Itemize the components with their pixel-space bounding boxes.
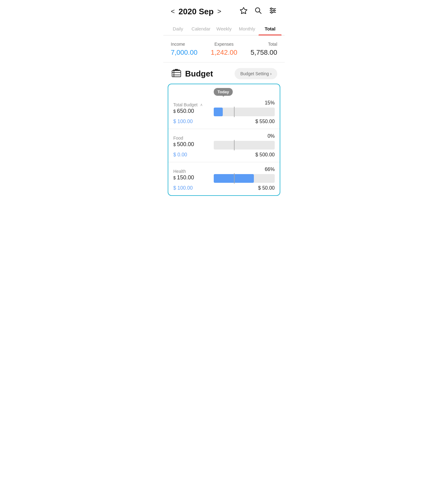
budget-remaining-amount: $ 550.00 bbox=[214, 119, 275, 124]
today-marker-line bbox=[234, 140, 235, 150]
budget-category-label: Food bbox=[173, 136, 214, 141]
budget-remaining-amount: $ 500.00 bbox=[214, 152, 275, 158]
budget-progress-section: 15% bbox=[214, 100, 275, 116]
summary-section: Income 7,000.00 Expenses 1,242.00 Total … bbox=[163, 35, 285, 62]
today-tooltip-row: Today bbox=[168, 84, 280, 96]
budget-row-health[interactable]: Health $ 150.00 66% $ 100.00 $ 50.00 bbox=[168, 162, 280, 195]
svg-point-2 bbox=[255, 8, 260, 12]
budget-card: Today Total Budget ∧ $ 650.00 15% bbox=[168, 84, 280, 196]
progress-bar-background bbox=[214, 108, 275, 116]
header-nav: < 2020 Sep > bbox=[171, 7, 221, 16]
budget-spent-amount: $ 100.00 bbox=[173, 119, 214, 124]
budget-setting-chevron: › bbox=[270, 71, 272, 76]
tab-calendar[interactable]: Calendar bbox=[189, 22, 212, 35]
svg-line-3 bbox=[259, 12, 262, 14]
expense-summary: Expenses 1,242.00 bbox=[206, 42, 242, 57]
budget-row-top: Total Budget ∧ $ 650.00 15% bbox=[173, 100, 275, 116]
budget-progress-section: 66% bbox=[214, 167, 275, 183]
tab-bar: Daily Calendar Weekly Monthly Total bbox=[163, 22, 285, 35]
income-summary: Income 7,000.00 bbox=[171, 42, 206, 57]
budget-spent-amount: $ 100.00 bbox=[173, 185, 214, 191]
today-marker-line bbox=[234, 173, 235, 184]
budget-setting-label: Budget Setting bbox=[240, 71, 269, 76]
budget-row-total-budget[interactable]: Total Budget ∧ $ 650.00 15% $ 100.00 $ 5… bbox=[168, 96, 280, 129]
svg-point-7 bbox=[271, 8, 272, 10]
budget-percent-label: 0% bbox=[214, 133, 275, 139]
income-label: Income bbox=[171, 42, 206, 47]
total-summary: Total 5,758.00 bbox=[242, 42, 277, 57]
budget-category-label: Health bbox=[173, 169, 214, 174]
next-month-button[interactable]: > bbox=[217, 7, 222, 16]
total-label: Total bbox=[242, 42, 277, 47]
budget-category-label: Total Budget ∧ bbox=[173, 102, 214, 107]
expand-chevron-icon: ∧ bbox=[200, 103, 203, 107]
budget-category-amount: $ 650.00 bbox=[173, 108, 214, 114]
budget-header: Budget Budget Setting › bbox=[163, 62, 285, 84]
svg-rect-10 bbox=[172, 71, 181, 77]
budget-row-bottom: $ 0.00 $ 500.00 bbox=[173, 152, 275, 158]
budget-row-food[interactable]: Food $ 500.00 0% $ 0.00 $ 500.00 bbox=[168, 129, 280, 162]
header: < 2020 Sep > bbox=[163, 0, 285, 22]
today-marker-line bbox=[234, 107, 235, 117]
budget-label-group: Total Budget ∧ $ 650.00 bbox=[173, 102, 214, 114]
budget-progress-section: 0% bbox=[214, 133, 275, 150]
svg-marker-0 bbox=[240, 7, 247, 14]
budget-title: Budget bbox=[185, 69, 213, 79]
tab-total[interactable]: Total bbox=[259, 22, 282, 35]
expense-value: 1,242.00 bbox=[206, 48, 242, 57]
search-icon[interactable] bbox=[254, 7, 262, 16]
budget-setting-button[interactable]: Budget Setting › bbox=[235, 68, 277, 79]
budget-row-bottom: $ 100.00 $ 550.00 bbox=[173, 119, 275, 124]
tab-monthly[interactable]: Monthly bbox=[236, 22, 259, 35]
total-value: 5,758.00 bbox=[242, 48, 277, 57]
budget-icon bbox=[171, 68, 182, 79]
budget-remaining-amount: $ 50.00 bbox=[214, 185, 275, 191]
svg-point-9 bbox=[271, 12, 273, 13]
current-period: 2020 Sep bbox=[179, 7, 214, 16]
budget-row-bottom: $ 100.00 $ 50.00 bbox=[173, 185, 275, 191]
budget-percent-label: 15% bbox=[214, 100, 275, 106]
bookmark-icon[interactable] bbox=[239, 6, 248, 17]
income-value: 7,000.00 bbox=[171, 48, 206, 57]
header-icons bbox=[239, 6, 277, 17]
progress-bar-background bbox=[214, 141, 275, 150]
prev-month-button[interactable]: < bbox=[171, 7, 175, 16]
svg-point-8 bbox=[273, 10, 275, 12]
budget-label-group: Food $ 500.00 bbox=[173, 136, 214, 148]
progress-bar-fill bbox=[214, 108, 223, 116]
expense-label: Expenses bbox=[206, 42, 242, 47]
tab-weekly[interactable]: Weekly bbox=[212, 22, 236, 35]
filter-icon[interactable] bbox=[268, 6, 277, 17]
budget-percent-label: 66% bbox=[214, 167, 275, 172]
progress-bar-background bbox=[214, 174, 275, 183]
budget-row-top: Health $ 150.00 66% bbox=[173, 167, 275, 183]
budget-title-group: Budget bbox=[171, 68, 213, 79]
budget-spent-amount: $ 0.00 bbox=[173, 152, 214, 158]
budget-category-amount: $ 500.00 bbox=[173, 141, 214, 148]
tab-daily[interactable]: Daily bbox=[166, 22, 189, 35]
budget-category-amount: $ 150.00 bbox=[173, 174, 214, 181]
budget-label-group: Health $ 150.00 bbox=[173, 169, 214, 181]
today-tooltip: Today bbox=[214, 88, 233, 96]
budget-row-top: Food $ 500.00 0% bbox=[173, 133, 275, 150]
